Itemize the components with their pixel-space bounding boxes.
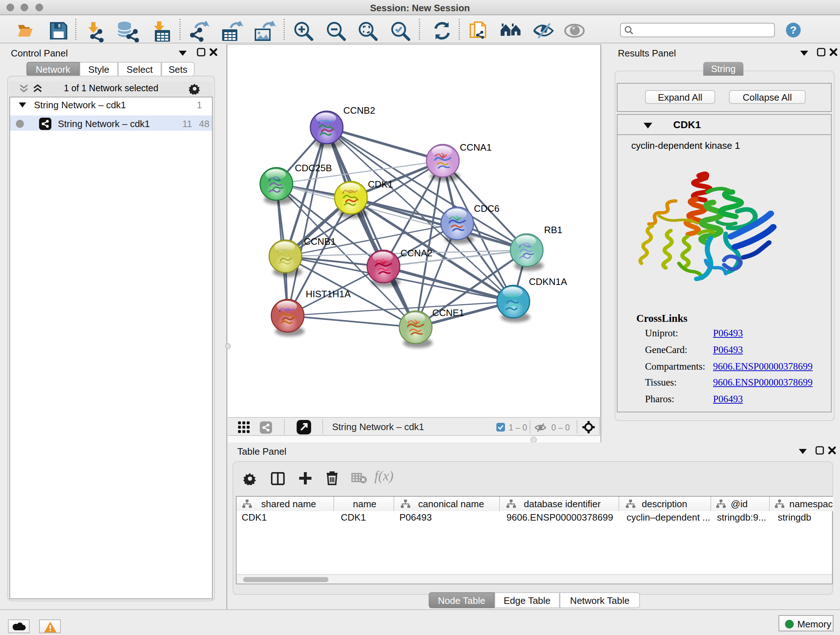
svg-text:?: ? [790, 24, 797, 36]
svg-text:CDKN1A: CDKN1A [529, 276, 567, 287]
svg-text:CCNA1: CCNA1 [460, 142, 492, 153]
svg-text:HIST1H1A: HIST1H1A [306, 288, 351, 299]
svg-text:CDC25B: CDC25B [295, 163, 332, 173]
svg-text:CCNB2: CCNB2 [343, 105, 375, 116]
svg-text:CDK1: CDK1 [368, 179, 393, 190]
svg-text:RB1: RB1 [544, 225, 562, 235]
svg-text:CCNE1: CCNE1 [432, 307, 464, 318]
svg-text:CDC6: CDC6 [474, 203, 500, 214]
svg-text:CCNA2: CCNA2 [401, 248, 432, 258]
svg-text:CCNB1: CCNB1 [304, 236, 336, 247]
